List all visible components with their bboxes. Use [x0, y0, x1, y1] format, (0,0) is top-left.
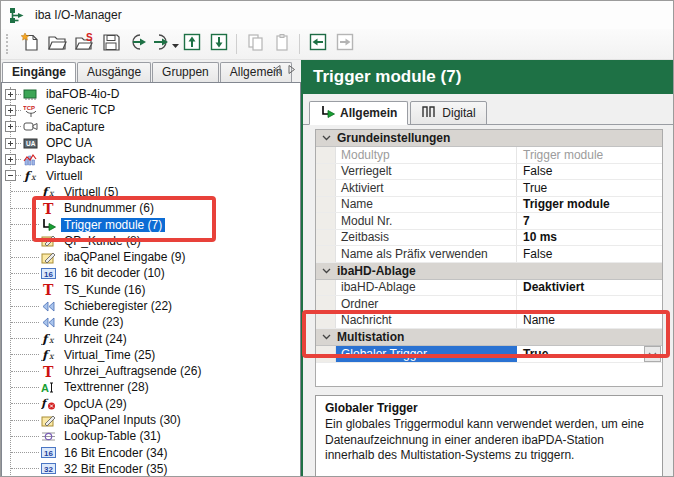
- export-button[interactable]: [151, 31, 178, 57]
- property-value[interactable]: False: [517, 246, 662, 262]
- tree-item[interactable]: Trigger module (7): [2, 216, 300, 232]
- tab-digital[interactable]: Digital: [410, 101, 486, 125]
- svg-text:x: x: [49, 336, 55, 345]
- property-label[interactable]: Name als Präfix verwenden: [336, 246, 517, 262]
- tree-item[interactable]: TBundnummer (6): [2, 200, 300, 216]
- property-label[interactable]: Modultyp: [336, 147, 517, 163]
- move-up-button[interactable]: [178, 31, 205, 57]
- left-tabstrip: EingängeAusgängeGruppenAllgemein: [1, 60, 301, 82]
- tree-item[interactable]: TCPGeneric TCP: [2, 102, 300, 118]
- property-row[interactable]: NameTrigger module: [316, 197, 662, 214]
- tree-expander-collapsed[interactable]: [5, 89, 16, 100]
- category-row[interactable]: ibaHD-Ablage: [316, 263, 662, 280]
- property-label[interactable]: Aktiviert: [336, 180, 517, 196]
- property-row[interactable]: Name als Präfix verwendenFalse: [316, 246, 662, 263]
- tree-item[interactable]: QP_Kunde (8): [2, 233, 300, 249]
- tree-connector-line: [11, 224, 39, 225]
- property-label[interactable]: Nachricht: [336, 313, 517, 329]
- property-value-text: Trigger module: [523, 197, 610, 211]
- folder-s-icon: S: [74, 32, 94, 56]
- property-row[interactable]: Globaler TriggerTrue: [316, 346, 662, 363]
- tab-eingaenge[interactable]: Eingänge: [2, 62, 76, 82]
- property-label[interactable]: Ordner: [336, 296, 517, 312]
- property-row[interactable]: NachrichtName: [316, 313, 662, 330]
- tree-item[interactable]: ƒxVirtuell (5): [2, 184, 300, 200]
- lookup-icon: [41, 430, 57, 443]
- tree-item[interactable]: ATexttrenner (28): [2, 379, 300, 395]
- copy-icon: [245, 32, 265, 56]
- tree-item[interactable]: Schieberegister (22): [2, 298, 300, 314]
- tab-scroll-left-icon[interactable]: [273, 65, 281, 74]
- save-button[interactable]: [97, 31, 124, 57]
- back-button[interactable]: [304, 31, 331, 57]
- tree-item[interactable]: ƒxVirtual_Time (25): [2, 347, 300, 363]
- property-value[interactable]: 7: [517, 213, 662, 229]
- tree-item[interactable]: TUhrzei_Auftragsende (26): [2, 363, 300, 379]
- tree-item[interactable]: ƒOpcUA (29): [2, 396, 300, 412]
- tree-item[interactable]: ibaFOB-4io-D: [2, 86, 300, 102]
- property-value[interactable]: 10 ms: [517, 230, 662, 246]
- property-value[interactable]: False: [517, 164, 662, 180]
- property-label[interactable]: Zeitbasis: [336, 230, 517, 246]
- open-button[interactable]: [43, 31, 70, 57]
- property-label[interactable]: Modul Nr.: [336, 213, 517, 229]
- property-value[interactable]: True: [517, 180, 662, 196]
- collapse-chevron-icon[interactable]: [316, 334, 337, 340]
- opcua-icon: UA: [23, 137, 39, 150]
- property-grid: GrundeinstellungenModultypTrigger module…: [315, 129, 663, 387]
- tree-expander-collapsed[interactable]: [5, 154, 16, 165]
- property-label[interactable]: Verriegelt: [336, 164, 517, 180]
- property-row[interactable]: AktiviertTrue: [316, 180, 662, 197]
- category-row[interactable]: Multistation: [316, 329, 662, 346]
- tree-expander-collapsed[interactable]: [5, 138, 16, 149]
- tab-allgemein[interactable]: Allgemein: [309, 101, 408, 125]
- property-label[interactable]: ibaHD-Ablage: [336, 280, 517, 296]
- property-value-text: Name: [523, 313, 555, 327]
- open-config-button[interactable]: S: [70, 31, 97, 57]
- tree-item[interactable]: 1616 Bit Encoder (34): [2, 445, 300, 461]
- property-label[interactable]: Name: [336, 197, 517, 213]
- property-value[interactable]: [517, 296, 662, 312]
- category-row[interactable]: Grundeinstellungen: [316, 130, 662, 147]
- property-value[interactable]: Trigger module: [517, 197, 662, 213]
- property-label[interactable]: Globaler Trigger: [336, 346, 517, 362]
- tree-item[interactable]: ƒxUhrzeit (24): [2, 330, 300, 346]
- tree-item[interactable]: UAOPC UA: [2, 135, 300, 151]
- tree-item[interactable]: ibaQPanel Inputs (30): [2, 412, 300, 428]
- tree-item[interactable]: 1616 bit decoder (10): [2, 265, 300, 281]
- tree-item[interactable]: TTS_Kunde (16): [2, 282, 300, 298]
- tree-item[interactable]: ibaCapture: [2, 119, 300, 135]
- svg-text:x: x: [49, 189, 55, 198]
- dropdown-button[interactable]: [644, 346, 661, 362]
- property-value[interactable]: Trigger module: [517, 147, 662, 163]
- tree-expander-expanded[interactable]: [5, 170, 16, 181]
- collapse-chevron-icon[interactable]: [316, 135, 337, 141]
- property-row[interactable]: Ordner: [316, 296, 662, 313]
- tree-item[interactable]: ibaQPanel Eingabe (9): [2, 249, 300, 265]
- property-value[interactable]: Name: [517, 313, 662, 329]
- tree-item[interactable]: Kunde (23): [2, 314, 300, 330]
- property-row[interactable]: ModultypTrigger module: [316, 147, 662, 164]
- tree-item[interactable]: Lookup-Table (31): [2, 428, 300, 444]
- tab-ausgaenge[interactable]: Ausgänge: [77, 62, 151, 82]
- property-row[interactable]: Zeitbasis10 ms: [316, 230, 662, 247]
- tree-item[interactable]: ƒxVirtuell: [2, 167, 300, 183]
- new-module-button[interactable]: [16, 31, 43, 57]
- property-row[interactable]: VerriegeltFalse: [316, 164, 662, 181]
- tree-item[interactable]: 3232 Bit Encoder (35): [2, 461, 300, 477]
- tab-scroll-right-icon[interactable]: [288, 65, 296, 74]
- toolbar-grip-handle[interactable]: [6, 34, 12, 54]
- collapse-chevron-icon[interactable]: [316, 268, 337, 274]
- property-row[interactable]: ibaHD-AblageDeaktiviert: [316, 280, 662, 297]
- property-value[interactable]: True: [517, 346, 662, 362]
- tab-gruppen[interactable]: Gruppen: [152, 62, 219, 82]
- tree-item[interactable]: Playback: [2, 151, 300, 167]
- property-value[interactable]: Deaktiviert: [517, 280, 662, 296]
- property-row[interactable]: Modul Nr.7: [316, 213, 662, 230]
- import-button[interactable]: [124, 31, 151, 57]
- tree-expander-collapsed[interactable]: [5, 105, 16, 116]
- tree-item-label: ibaQPanel Eingabe (9): [61, 250, 188, 264]
- chevron-down-icon: [648, 347, 657, 361]
- tree-expander-collapsed[interactable]: [5, 121, 16, 132]
- move-down-button[interactable]: [205, 31, 232, 57]
